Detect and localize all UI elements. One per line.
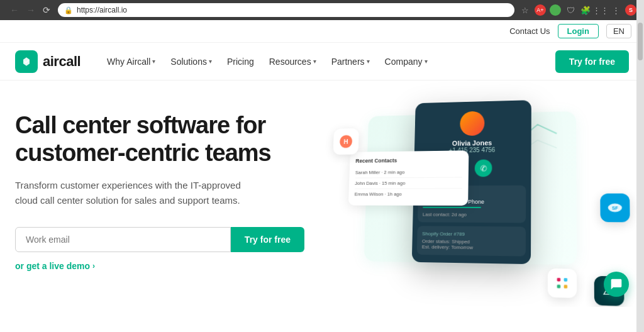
chevron-icon: ▾ xyxy=(313,58,316,65)
hero-subtitle: Transform customer experiences with the … xyxy=(15,178,254,208)
logo-text: aircall xyxy=(43,53,80,70)
email-input[interactable] xyxy=(15,227,231,252)
profile-icon[interactable] xyxy=(550,4,561,16)
accept-button[interactable]: ✆ xyxy=(475,159,492,177)
star-icon[interactable]: ☆ xyxy=(519,4,531,16)
nav-company[interactable]: Company ▾ xyxy=(379,53,434,70)
svg-rect-5 xyxy=(564,278,567,282)
nav-resources[interactable]: Resources ▾ xyxy=(263,53,323,70)
hero-cta-button[interactable]: Try for free xyxy=(231,227,304,252)
back-button[interactable]: ← xyxy=(8,4,21,16)
slack-icon xyxy=(548,268,577,298)
refresh-button[interactable]: ⟳ xyxy=(40,4,53,16)
nav-partners[interactable]: Partners ▾ xyxy=(325,53,376,70)
hero-title: Call center software for customer-centri… xyxy=(15,112,304,167)
app-mockup: Olivia Jones +1 415 235 4756 ✕ ✆ Caller … xyxy=(333,91,638,307)
lock-icon: 🔒 xyxy=(64,6,73,14)
browser-actions: ☆ A+ 🛡 🧩 ⋮⋮ ⋮ S xyxy=(519,4,636,16)
arrow-icon: › xyxy=(92,262,95,270)
more-icon[interactable]: ⋮ xyxy=(610,4,621,16)
hero-form: Try for free xyxy=(15,227,304,252)
login-button[interactable]: Login xyxy=(558,24,599,38)
svg-text:H: H xyxy=(343,138,348,145)
scrollbar[interactable] xyxy=(636,0,644,332)
salesforce-icon: SF xyxy=(600,194,630,223)
url-text: https://aircall.io xyxy=(77,6,127,14)
puzzle-icon[interactable]: 🧩 xyxy=(580,4,591,16)
hero-visual: Olivia Jones +1 415 235 4756 ✕ ✆ Caller … xyxy=(330,93,644,307)
chat-icon xyxy=(610,278,623,290)
chevron-icon: ▾ xyxy=(209,58,212,65)
hubspot-icon: H xyxy=(333,128,358,155)
hero-section: Call center software for customer-centri… xyxy=(0,80,644,307)
menu-icon[interactable]: ⋮⋮ xyxy=(595,4,606,16)
main-nav: aircall Why Aircall ▾ Solutions ▾ Pricin… xyxy=(0,43,644,80)
contact-us-link[interactable]: Contact Us xyxy=(509,26,550,36)
browser-nav: ← → ⟳ xyxy=(8,4,53,16)
list-card: Recent Contacts Sarah Miller · 2 min ago… xyxy=(348,150,469,206)
hero-content: Call center software for customer-centri… xyxy=(15,106,304,271)
chevron-icon: ▾ xyxy=(152,58,155,65)
logo[interactable]: aircall xyxy=(15,50,80,73)
forward-button[interactable]: → xyxy=(24,4,38,16)
svg-rect-6 xyxy=(557,285,560,289)
scrollbar-thumb[interactable] xyxy=(638,23,643,60)
live-demo-link[interactable]: or get a live demo › xyxy=(15,261,304,271)
language-button[interactable]: EN xyxy=(606,24,631,38)
shield-icon[interactable]: 🛡 xyxy=(565,4,576,16)
nav-pricing[interactable]: Pricing xyxy=(221,53,260,70)
utility-bar: Contact Us Login EN xyxy=(0,20,644,43)
extensions-icon[interactable]: A+ xyxy=(535,4,546,16)
nav-links: Why Aircall ▾ Solutions ▾ Pricing Resour… xyxy=(101,53,555,70)
svg-text:SF: SF xyxy=(612,206,618,211)
chevron-icon: ▾ xyxy=(367,58,370,65)
browser-chrome: ← → ⟳ 🔒 https://aircall.io ☆ A+ 🛡 🧩 ⋮⋮ ⋮… xyxy=(0,0,644,20)
user-avatar[interactable]: S xyxy=(625,4,636,16)
nav-try-free-button[interactable]: Try for free xyxy=(555,50,629,73)
chat-bubble[interactable] xyxy=(604,272,629,297)
chevron-icon: ▾ xyxy=(425,58,428,65)
nav-why-aircall[interactable]: Why Aircall ▾ xyxy=(101,53,162,70)
logo-icon xyxy=(15,50,38,73)
address-bar[interactable]: 🔒 https://aircall.io xyxy=(58,3,514,17)
svg-rect-7 xyxy=(564,285,567,289)
nav-solutions[interactable]: Solutions ▾ xyxy=(164,53,218,70)
svg-rect-4 xyxy=(557,278,560,282)
